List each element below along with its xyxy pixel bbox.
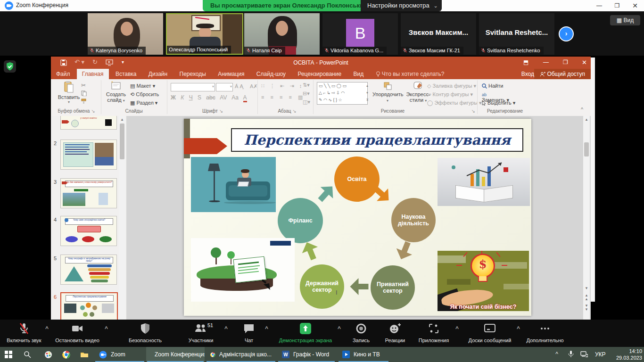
- participant-tile-svitlana[interactable]: Svitlana Reshetc... Svitlana Reshetchenk…: [479, 13, 554, 55]
- taskbar-paint-icon[interactable]: [40, 347, 58, 362]
- tray-clock[interactable]: 14:10 29.03.2023: [611, 348, 642, 361]
- tray-mic-icon[interactable]: [567, 351, 575, 358]
- paragraph-row-1[interactable]: ∷ ⋮ ⇤ ⇥ ↕: [261, 83, 304, 89]
- security-button[interactable]: Безопасность: [124, 322, 167, 344]
- start-button[interactable]: [0, 347, 19, 362]
- chat-chevron[interactable]: ^: [265, 325, 268, 332]
- tray-language-indicator[interactable]: УКР: [595, 351, 606, 358]
- tell-me-box[interactable]: Что вы хотите сделать?: [371, 69, 450, 79]
- grow-font-icon[interactable]: А́ А̭: [235, 83, 243, 89]
- slide-thumbnail-4[interactable]: Чому саме географічна освіта?: [60, 216, 117, 246]
- thumbnail-panel-scrollbar[interactable]: ▴: [119, 116, 125, 320]
- reset-button[interactable]: ⟲ Сбросить: [130, 91, 159, 98]
- participant-tile-natalia[interactable]: Наталя Свір: [244, 13, 320, 55]
- text-shadow-button[interactable]: S: [198, 94, 201, 101]
- copy-icon[interactable]: [81, 90, 87, 96]
- taskbar-zoom-app[interactable]: Zoom: [94, 347, 145, 362]
- align-text-button[interactable]: ⊟▾: [303, 90, 310, 97]
- ppt-restore-button[interactable]: ❐: [563, 59, 568, 66]
- find-button[interactable]: Найти: [482, 83, 503, 89]
- apps-button[interactable]: Приложения: [413, 322, 454, 344]
- tab-view[interactable]: Вид: [348, 69, 369, 79]
- participant-tile-kateryna[interactable]: Kateryna Borysenko: [88, 13, 163, 55]
- tab-animations[interactable]: Анимация: [213, 69, 249, 79]
- tab-design[interactable]: Дизайн: [143, 69, 173, 79]
- more-button[interactable]: Дополнительно: [521, 322, 569, 344]
- tab-review[interactable]: Рецензирование: [292, 69, 347, 79]
- ppt-minimize-button[interactable]: —: [543, 59, 549, 66]
- slide-area-scrollbar[interactable]: ▴ ▾ ▴▴ ▾▾: [583, 116, 590, 320]
- select-button[interactable]: Выделить ▾: [482, 100, 515, 106]
- tab-file[interactable]: Файл: [51, 69, 75, 79]
- slide-thumbnail-6-selected[interactable]: Перспективи працевлаштування: [60, 292, 118, 320]
- tab-slideshow[interactable]: Слайд-шоу: [251, 69, 291, 79]
- whiteboards-button[interactable]: Доски сообщений: [464, 322, 516, 344]
- share-button[interactable]: Общий доступ: [534, 69, 591, 79]
- share-screen-button[interactable]: Демонстрация экрана: [274, 322, 337, 344]
- paste-button[interactable]: Вставить▾: [58, 81, 80, 104]
- tray-network-icon[interactable]: [580, 351, 588, 358]
- view-options-dropdown[interactable]: Настройки просмотра ⌄: [361, 0, 442, 11]
- taskbar-chrome-icon[interactable]: [58, 347, 75, 362]
- section-button[interactable]: ▦ Раздел ▾: [130, 100, 157, 106]
- record-button[interactable]: Запись: [347, 322, 375, 344]
- change-case-button[interactable]: Aa: [231, 94, 239, 101]
- shape-outline-button[interactable]: ▱ Контур фигуры ▾: [427, 91, 473, 98]
- current-slide[interactable]: Перспективи працевлаштування: [184, 119, 531, 316]
- layout-button[interactable]: ▤ Макет ▾: [130, 83, 155, 89]
- stop-video-button[interactable]: Остановить видео: [53, 322, 102, 344]
- participants-button[interactable]: 51 Участники: [179, 322, 223, 344]
- collapse-ribbon-icon[interactable]: ^: [581, 107, 583, 112]
- font-name-combo[interactable]: ▾: [171, 83, 215, 91]
- participant-tile-zvekov[interactable]: Звєков Максим... Звєков Максим ГК-21: [401, 13, 476, 55]
- text-direction-button[interactable]: ⇅▾: [303, 82, 310, 88]
- audio-options-chevron[interactable]: ^: [45, 325, 49, 332]
- ppt-close-button[interactable]: ✕: [582, 59, 587, 66]
- shape-fill-button[interactable]: ◇ Заливка фигуры ▾: [427, 83, 476, 89]
- underline-button[interactable]: Ч: [189, 94, 193, 101]
- tab-transitions[interactable]: Переходы: [174, 69, 211, 79]
- taskbar-explorer-icon[interactable]: [75, 347, 93, 362]
- participant-tile-oleksandr[interactable]: Олександр Поклонський: [166, 13, 243, 55]
- scrollbar-thumb[interactable]: [120, 123, 124, 159]
- smartart-button[interactable]: ◫▾: [303, 99, 310, 105]
- shape-effects-button[interactable]: ◯ Эффекты фигуры ▾: [427, 100, 482, 106]
- sign-in-link[interactable]: Вход: [521, 69, 534, 79]
- chat-button[interactable]: Чат: [235, 322, 263, 344]
- slide-thumbnail-1[interactable]: у галузі освіти: [60, 116, 117, 130]
- ribbon-display-options-icon[interactable]: ⬒: [523, 59, 528, 66]
- next-participants-button[interactable]: ›: [559, 26, 574, 41]
- paragraph-row-2[interactable]: ≡ ≡ ≡ ≡ ▥: [261, 94, 305, 100]
- unmute-button[interactable]: Включить звук: [4, 322, 44, 344]
- tab-home[interactable]: Главная: [77, 69, 109, 79]
- taskbar-search-button[interactable]: [19, 347, 38, 362]
- participant-tile-viktoriia[interactable]: B Viktoriia Kabanova G...: [322, 13, 398, 55]
- taskbar-movies-tv-app[interactable]: Кино и ТВ: [338, 347, 389, 362]
- previous-slide-button[interactable]: ▴▴: [583, 293, 590, 301]
- cut-icon[interactable]: ✂: [81, 82, 86, 89]
- slide-thumbnail-5[interactable]: Чому географи є затребуваними на ринку п…: [60, 255, 117, 285]
- taskbar-word-app[interactable]: W Графік - Word: [277, 347, 336, 362]
- font-size-combo[interactable]: ▾: [216, 83, 233, 91]
- scroll-up-arrow[interactable]: ▴: [119, 116, 125, 123]
- character-spacing-button[interactable]: AV: [220, 94, 227, 101]
- tray-hidden-icons-chevron[interactable]: ^: [553, 351, 561, 358]
- view-layout-button[interactable]: ▦ Вид: [610, 15, 640, 25]
- new-slide-button[interactable]: Создать слайд ▾: [104, 81, 128, 103]
- reactions-button[interactable]: Реакции: [380, 322, 410, 344]
- format-painter-icon[interactable]: [81, 99, 87, 104]
- whiteboards-chevron[interactable]: ^: [517, 325, 520, 332]
- clear-formatting-icon[interactable]: A✗: [250, 83, 258, 90]
- taskbar-chrome-admin-app[interactable]: Адміністрація шко...: [206, 347, 276, 362]
- scrollbar-thumb[interactable]: [584, 142, 589, 156]
- apps-chevron[interactable]: ^: [455, 325, 459, 332]
- taskbar-zoom-meeting-app[interactable]: Zoom Конференция: [146, 347, 205, 362]
- arrange-button[interactable]: Упорядочить ▾: [372, 81, 403, 103]
- meeting-close-button[interactable]: ✕: [627, 0, 643, 11]
- shapes-gallery[interactable]: ▭ ╲ ╲ ▭ ◯ ▭ △ ⌐ ↳ ⇨ ⇩ ◠ ✎ ◠ ∿ { } ☆: [317, 82, 368, 105]
- meeting-security-shield-icon[interactable]: [4, 60, 16, 73]
- meeting-restore-button[interactable]: ❐: [609, 0, 625, 11]
- tab-insert[interactable]: Вставка: [110, 69, 142, 79]
- share-options-chevron[interactable]: ^: [338, 325, 341, 332]
- slide-thumbnail-2[interactable]: [60, 140, 117, 170]
